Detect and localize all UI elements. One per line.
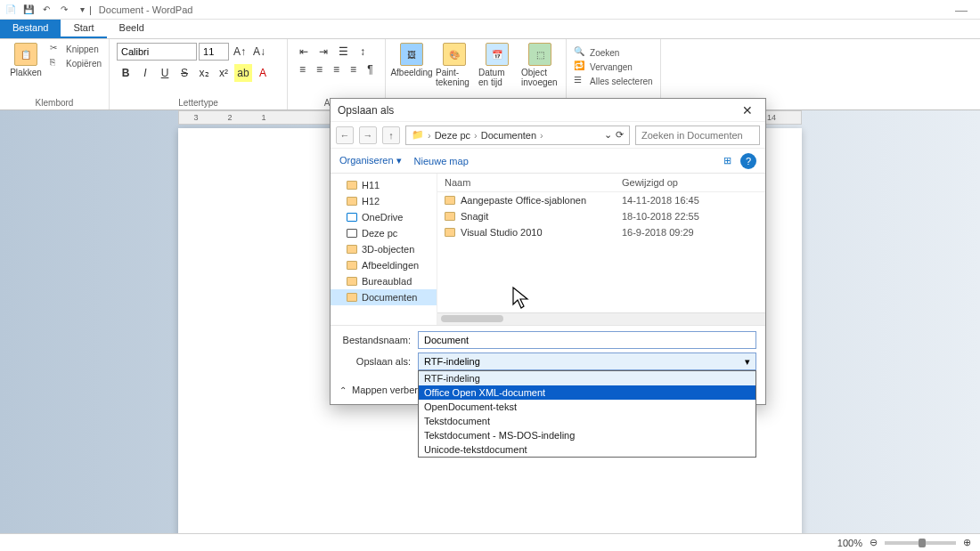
subscript-button[interactable]: x₂ [195, 64, 213, 82]
line-spacing-button[interactable]: ↕ [354, 43, 372, 61]
tree-node[interactable]: Deze pc [331, 225, 437, 241]
back-button[interactable]: ← [336, 126, 354, 144]
file-row[interactable]: Visual Studio 201016-9-2018 09:29 [437, 224, 765, 240]
tree-node-label: H12 [362, 196, 380, 207]
format-option[interactable]: RTF-indeling [419, 371, 755, 385]
minimize-button[interactable]: — [946, 3, 976, 17]
copy-button[interactable]: ⎘Kopiëren [50, 57, 102, 69]
format-option[interactable]: Tekstdocument [419, 414, 755, 428]
zoom-in-button[interactable]: ⊕ [963, 537, 971, 548]
folder-icon [347, 245, 357, 254]
grow-font-button[interactable]: A↑ [231, 43, 249, 61]
ribbon-tabs: Bestand Start Beeld [0, 20, 980, 39]
horizontal-scrollbar[interactable] [437, 312, 765, 325]
tree-node[interactable]: H12 [331, 193, 437, 209]
view-mode-button[interactable]: ⊞ [719, 153, 735, 169]
find-button[interactable]: 🔍Zoeken [574, 46, 653, 59]
tree-node[interactable]: Bureaublad [331, 273, 437, 289]
bold-button[interactable]: B [117, 64, 135, 82]
image-icon: 🖼 [400, 43, 423, 66]
folder-icon [347, 293, 357, 302]
copy-icon: ⎘ [50, 57, 62, 69]
close-button[interactable]: ✕ [737, 103, 758, 117]
inc-indent-button[interactable]: ⇥ [314, 43, 332, 61]
up-button[interactable]: ↑ [382, 126, 400, 144]
align-right-button[interactable]: ≡ [329, 61, 344, 78]
paragraph-dialog-button[interactable]: ¶ [363, 61, 378, 78]
cut-button[interactable]: ✂Knippen [50, 43, 102, 55]
group-font: A↑ A↓ B I U S x₂ x² ab A Lettertype [110, 39, 288, 109]
tree-node[interactable]: Afbeeldingen [331, 257, 437, 273]
filetype-combo[interactable]: RTF-indeling▾ [418, 352, 756, 370]
forward-button[interactable]: → [359, 126, 377, 144]
group-label: Lettertype [117, 98, 280, 108]
align-left-button[interactable]: ≡ [295, 61, 310, 78]
refresh-icon[interactable]: ⟳ [616, 129, 624, 141]
insert-paint-button[interactable]: 🎨Paint-tekening [436, 43, 473, 87]
highlight-button[interactable]: ab [234, 64, 252, 82]
tree-node-label: OneDrive [362, 212, 403, 223]
file-list-header[interactable]: Naam Gewijzigd op [437, 174, 765, 192]
align-center-button[interactable]: ≡ [312, 61, 327, 78]
insert-object-button[interactable]: ⬚Object invoegen [521, 43, 559, 87]
superscript-button[interactable]: x² [215, 64, 233, 82]
zoom-out-button[interactable]: ⊖ [870, 537, 878, 548]
title-bar: 📄 💾 ↶ ↷ ▾ | Document - WordPad — [0, 0, 980, 20]
tree-node[interactable]: H11 [331, 177, 437, 193]
tree-node[interactable]: Documenten [331, 289, 437, 305]
dec-indent-button[interactable]: ⇤ [295, 43, 313, 61]
pc-icon [347, 229, 357, 238]
tree-node-label: Afbeeldingen [362, 260, 419, 271]
format-option[interactable]: Office Open XML-document [419, 385, 755, 400]
strike-button[interactable]: S [176, 64, 193, 82]
select-all-button[interactable]: ☰Alles selecteren [574, 75, 653, 87]
tree-node[interactable]: 3D-objecten [331, 241, 437, 257]
justify-button[interactable]: ≡ [346, 61, 361, 78]
insert-image-button[interactable]: 🖼Afbeelding [393, 43, 430, 77]
replace-button[interactable]: 🔁Vervangen [574, 61, 653, 73]
format-option[interactable]: OpenDocument-tekst [419, 400, 755, 414]
underline-button[interactable]: U [156, 64, 174, 82]
format-option[interactable]: Unicode-tekstdocument [419, 442, 755, 457]
insert-date-button[interactable]: 📅Datum en tijd [478, 43, 516, 87]
paste-button[interactable]: 📋 Plakken [7, 43, 45, 77]
tab-start[interactable]: Start [61, 20, 106, 38]
undo-icon[interactable]: ↶ [39, 3, 53, 17]
dialog-titlebar[interactable]: Opslaan als ✕ [331, 99, 765, 122]
help-icon[interactable]: ? [740, 153, 756, 169]
font-name-combo[interactable] [117, 43, 197, 61]
file-row[interactable]: Snagit18-10-2018 22:55 [437, 208, 765, 224]
folder-icon [445, 196, 455, 205]
paint-icon: 🎨 [443, 43, 466, 66]
collapse-icon[interactable]: ⌃ [339, 385, 347, 395]
qat-dropdown-icon[interactable]: ▾ [75, 3, 89, 17]
redo-icon[interactable]: ↷ [57, 3, 71, 17]
address-bar[interactable]: 📁 › Deze pc › Documenten › ⌄ ⟳ [405, 126, 630, 145]
save-icon[interactable]: 💾 [21, 3, 36, 17]
file-list[interactable]: Naam Gewijzigd op Aangepaste Office-sjab… [437, 174, 765, 325]
dialog-title: Opslaan als [338, 104, 394, 117]
filename-label: Bestandsnaam: [339, 335, 411, 345]
tree-node-label: Deze pc [362, 228, 397, 239]
new-folder-button[interactable]: Nieuwe map [414, 156, 469, 166]
tree-node[interactable]: OneDrive [331, 209, 437, 225]
shrink-font-button[interactable]: A↓ [250, 43, 268, 61]
tab-view[interactable]: Beeld [107, 20, 157, 38]
tab-file[interactable]: Bestand [0, 20, 61, 38]
italic-button[interactable]: I [136, 64, 154, 82]
format-option[interactable]: Tekstdocument - MS-DOS-indeling [419, 428, 755, 442]
dialog-fields: Bestandsnaam: Opslaan als: RTF-indeling▾… [331, 325, 765, 379]
zoom-slider[interactable] [885, 541, 956, 545]
file-row[interactable]: Aangepaste Office-sjablonen14-11-2018 16… [437, 192, 765, 208]
filetype-dropdown[interactable]: RTF-indelingOffice Open XML-documentOpen… [418, 370, 756, 458]
font-size-combo[interactable] [199, 43, 229, 61]
dialog-nav: ← → ↑ 📁 › Deze pc › Documenten › ⌄ ⟳ [331, 122, 765, 149]
search-input[interactable] [635, 126, 760, 145]
organize-menu[interactable]: Organiseren ▾ [339, 155, 402, 166]
font-color-button[interactable]: A [254, 64, 272, 82]
bullets-button[interactable]: ☰ [334, 43, 352, 61]
dropdown-icon[interactable]: ⌄ [604, 129, 612, 141]
folder-tree[interactable]: H11H12OneDriveDeze pc3D-objectenAfbeeldi… [331, 174, 437, 325]
filename-input[interactable] [418, 331, 756, 349]
tree-node-label: Documenten [362, 292, 417, 303]
